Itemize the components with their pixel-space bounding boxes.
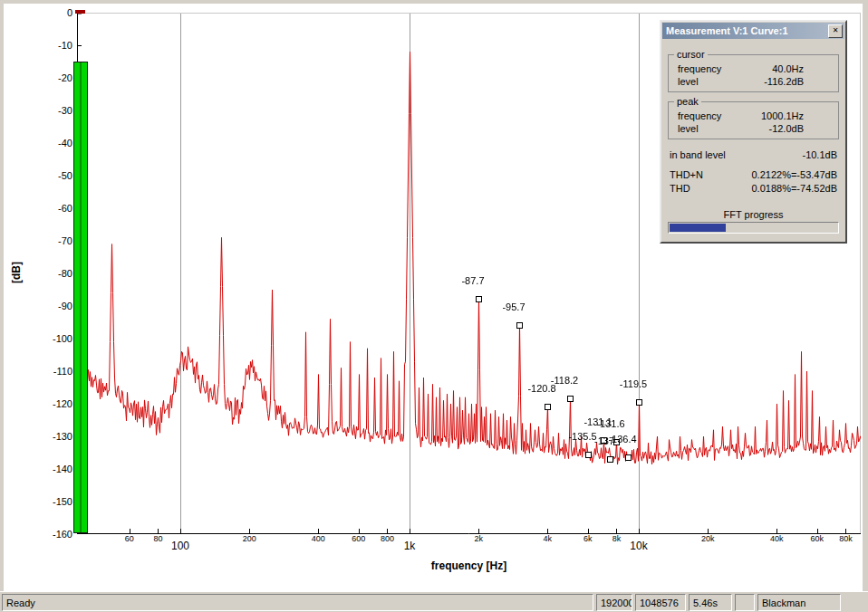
cursor-group: cursor frequency 40.0Hz level -116.2dB — [668, 54, 839, 92]
fft-progress-fill — [670, 224, 726, 232]
cursor-frequency-row: frequency 40.0Hz — [672, 62, 834, 75]
peak-group-label: peak — [674, 96, 701, 108]
x-tick-label: 2k — [458, 534, 498, 543]
level-meter — [73, 62, 88, 533]
peak-marker[interactable] — [516, 322, 523, 329]
status-bar: Ready 192000 1048576 5.46s Blackman — [0, 591, 868, 612]
y-tick-label: -30 — [34, 105, 72, 116]
x-tick-label: 4k — [527, 534, 567, 543]
status-ready: Ready — [2, 594, 593, 611]
y-tick-label: -100 — [34, 333, 72, 344]
x-tick-label: 80k — [825, 534, 865, 543]
in-band-level-value: -10.1dB — [802, 149, 837, 160]
cursor-frequency-label: frequency — [672, 63, 721, 74]
clip-indicator — [75, 10, 85, 14]
y-tick-label: 0 — [34, 7, 72, 18]
y-tick-label: -150 — [34, 496, 72, 507]
peak-marker[interactable] — [636, 399, 642, 406]
y-tick-label: -60 — [34, 203, 72, 214]
peak-marker[interactable] — [567, 396, 574, 402]
thd-label: THD — [668, 183, 690, 194]
x-tick-label: 200 — [229, 534, 269, 543]
thd-value: 0.0188%=-74.52dB — [752, 183, 838, 194]
cursor-group-label: cursor — [674, 49, 708, 61]
peak-label: -118.2 — [528, 375, 601, 386]
thd-n-value: 0.2122%=-53.47dB — [752, 169, 838, 180]
y-tick-label: -110 — [34, 366, 72, 377]
peak-group: peak frequency 1000.1Hz level -12.0dB — [668, 101, 839, 139]
level-meter-divider — [80, 62, 82, 532]
y-tick-label: -120 — [34, 398, 72, 409]
x-axis-title: frequency [Hz] — [77, 559, 861, 572]
y-tick-label: -50 — [34, 170, 72, 181]
x-tick-label: 400 — [298, 534, 338, 543]
thd-n-row: THD+N 0.2122%=-53.47dB — [668, 168, 839, 181]
measurement-window-body: cursor frequency 40.0Hz level -116.2dB p… — [661, 40, 845, 242]
cursor-level-value: -116.2dB — [764, 76, 804, 87]
fft-progress-label: FFT progress — [668, 209, 839, 220]
thd-row: THD 0.0188%=-74.52dB — [668, 182, 839, 195]
status-fft-size: 1048576 — [635, 594, 686, 611]
y-tick-label: -90 — [34, 301, 72, 311]
peak-frequency-row: frequency 1000.1Hz — [672, 110, 834, 122]
y-tick-label: -130 — [34, 431, 72, 442]
peak-label: -131.6 — [574, 418, 647, 429]
y-tick-label: -10 — [34, 40, 72, 51]
thd-n-label: THD+N — [668, 169, 703, 180]
status-window-function: Blackman — [757, 594, 841, 611]
peak-marker[interactable] — [607, 456, 613, 463]
peak-level-row: level -12.0dB — [672, 122, 834, 135]
x-tick-label: 20k — [688, 534, 728, 543]
x-tick-label: 100 — [160, 540, 200, 552]
cursor-level-label: level — [672, 76, 699, 87]
measurement-window-title: Measurement V:1 Curve:1 — [666, 25, 788, 36]
in-band-level-row: in band level -10.1dB — [668, 148, 839, 161]
peak-label: -95.7 — [477, 301, 550, 312]
status-time: 5.46s — [689, 594, 732, 611]
in-band-level-label: in band level — [668, 149, 726, 160]
peak-frequency-value: 1000.1Hz — [761, 110, 804, 121]
measurement-window-titlebar[interactable]: Measurement V:1 Curve:1 ✕ — [662, 23, 844, 39]
fft-progress-bar — [668, 222, 839, 234]
peak-label: -119.5 — [597, 378, 670, 389]
x-tick-label: 40k — [757, 534, 796, 543]
peak-level-value: -12.0dB — [768, 123, 804, 134]
x-tick-label: 1k — [390, 540, 429, 552]
cursor-level-row: level -116.2dB — [672, 75, 834, 88]
peak-label: -136.4 — [586, 434, 659, 445]
peak-marker[interactable] — [625, 454, 632, 461]
cursor-frequency-value: 40.0Hz — [772, 63, 804, 74]
peak-label: -87.7 — [437, 275, 509, 286]
peak-marker[interactable] — [585, 452, 592, 458]
y-tick-label: -20 — [34, 72, 72, 83]
peak-level-label: level — [672, 123, 699, 134]
close-icon[interactable]: ✕ — [828, 24, 843, 38]
peak-frequency-label: frequency — [672, 110, 721, 121]
status-samplerate: 192000 — [596, 594, 632, 611]
status-empty — [735, 594, 755, 611]
y-tick-label: -160 — [34, 529, 72, 540]
y-tick-label: -80 — [34, 268, 72, 279]
y-axis-title: [dB] — [10, 253, 23, 292]
peak-marker[interactable] — [545, 404, 551, 410]
y-tick-label: -70 — [34, 235, 72, 246]
y-tick-label: -40 — [34, 138, 72, 148]
measurement-window[interactable]: Measurement V:1 Curve:1 ✕ cursor frequen… — [660, 20, 847, 244]
x-tick-label: 10k — [619, 540, 659, 552]
y-tick-label: -140 — [34, 464, 72, 474]
